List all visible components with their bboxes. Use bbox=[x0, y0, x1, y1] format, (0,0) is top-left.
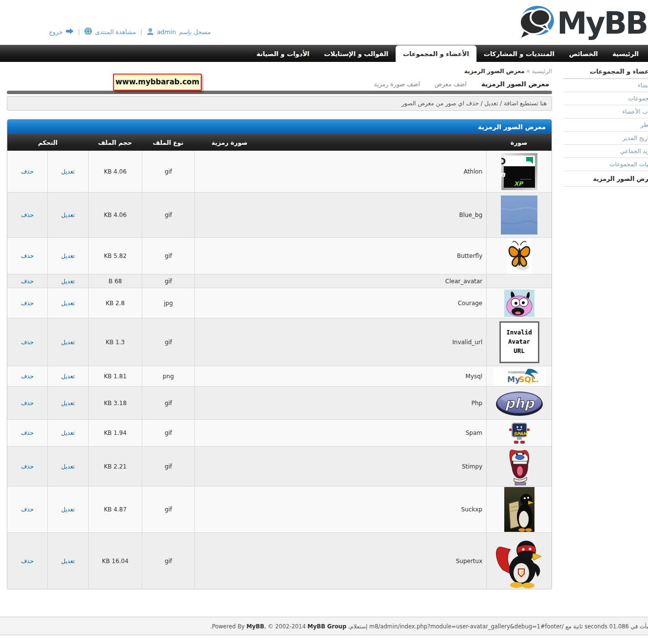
avatar-name: Butterfly bbox=[194, 238, 486, 274]
username-link[interactable]: admin bbox=[157, 28, 176, 36]
column-header-file-type: نوع الملف bbox=[142, 134, 194, 151]
delete-link[interactable]: حذف bbox=[21, 373, 34, 380]
avatar-image-courage bbox=[486, 288, 552, 318]
avatar-name: Courage bbox=[194, 288, 486, 318]
delete-link[interactable]: حذف bbox=[21, 506, 34, 513]
avatar-file-size: KB 3.18 bbox=[88, 387, 142, 419]
logo-text: MyBB bbox=[557, 5, 647, 41]
svg-text:php: php bbox=[504, 395, 534, 411]
tab-bar: معرض الصور الرمزية اضف معرض اضف صورة رمز… bbox=[7, 80, 552, 91]
sidebar-item-group-promotions[interactable]: ترقيات المجموعات bbox=[564, 158, 648, 171]
svg-text:AMD: AMD bbox=[501, 156, 506, 166]
invalid-avatar-box: Invalid Avatar URL bbox=[499, 321, 539, 363]
avatar-file-type: gif bbox=[142, 447, 194, 486]
breadcrumb-home-link[interactable]: الرئيسية bbox=[532, 68, 552, 75]
tab-avatar-gallery[interactable]: معرض الصور الرمزية bbox=[481, 80, 549, 91]
nav-item-tools-maintenance[interactable]: الأدوات و الصيانة bbox=[249, 45, 317, 62]
edit-link[interactable]: تعديل bbox=[61, 400, 75, 407]
main-content: الرئيسية » معرض الصور الرمزية معرض الصور… bbox=[7, 68, 552, 589]
column-header-image: صورة bbox=[486, 134, 552, 151]
edit-link[interactable]: تعديل bbox=[61, 339, 75, 346]
avatar-image-athlon: AMD Athlon XP bbox=[486, 151, 552, 192]
delete-link[interactable]: حذف bbox=[21, 300, 34, 307]
avatar-image-butterfly bbox=[486, 238, 552, 274]
avatar-file-type: gif bbox=[142, 151, 194, 192]
edit-link[interactable]: تعديل bbox=[61, 429, 75, 436]
avatar-file-type: gif bbox=[142, 387, 194, 419]
tab-add-gallery[interactable]: اضف معرض bbox=[435, 80, 467, 91]
avatar-image-empty bbox=[486, 274, 552, 288]
delete-link[interactable]: حذف bbox=[21, 429, 34, 436]
avatar-image-invalid-url: Invalid Avatar URL bbox=[486, 318, 552, 366]
edit-link[interactable]: تعديل bbox=[61, 373, 75, 380]
avatar-image-supertux bbox=[486, 533, 552, 589]
edit-link[interactable]: تعديل bbox=[61, 212, 75, 218]
separator: | bbox=[140, 28, 142, 36]
breadcrumb: الرئيسية » معرض الصور الرمزية bbox=[7, 68, 552, 75]
sidebar: الأعضاء و المجموعات الأعضاء المجموعات أل… bbox=[564, 65, 648, 187]
table-row: Invalid Avatar URL Invalid_url gif KB 1.… bbox=[7, 318, 552, 366]
delete-link[interactable]: حذف bbox=[21, 253, 34, 259]
nav-item-templates-style[interactable]: القوالب و الإستايلات bbox=[317, 45, 396, 62]
table-row: Blue_bg gif KB 4.06 تعديل حذف bbox=[7, 192, 552, 237]
avatar-name: Supertux bbox=[194, 533, 486, 589]
logout-link[interactable]: خروج bbox=[49, 28, 63, 36]
avatar-file-type: jpg bbox=[142, 288, 194, 318]
edit-link[interactable]: تعديل bbox=[61, 558, 75, 565]
edit-link[interactable]: تعديل bbox=[61, 463, 75, 470]
delete-link[interactable]: حذف bbox=[21, 463, 34, 470]
edit-link[interactable]: تعديل bbox=[61, 300, 75, 307]
sidebar-item-user-titles[interactable]: ألقاب الأعضاء bbox=[564, 105, 648, 118]
tab-add-avatar[interactable]: اضف صورة رمزية bbox=[374, 80, 420, 91]
table-row: AMD Athlon XP Athlon gif KB 4.06 تعديل ح… bbox=[7, 151, 552, 192]
delete-link[interactable]: حذف bbox=[21, 168, 34, 175]
svg-text:XP: XP bbox=[514, 180, 523, 187]
nav-item-home[interactable]: الرئيسية bbox=[605, 45, 646, 62]
sidebar-item-banning[interactable]: الحظر bbox=[564, 118, 648, 132]
svg-text:My: My bbox=[507, 375, 520, 384]
sidebar-item-groups[interactable]: المجموعات bbox=[564, 92, 648, 105]
footer: أنشأت في 01.086 seconds ثانية مع /m8/adm… bbox=[0, 617, 648, 635]
user-icon bbox=[147, 28, 154, 37]
avatar-name: Stimpy bbox=[194, 447, 486, 486]
footer-generated: أنشأت في 01.086 seconds ثانية مع /m8/adm… bbox=[348, 623, 648, 630]
column-header-file-size: حجم الملف bbox=[88, 134, 142, 151]
delete-link[interactable]: حذف bbox=[21, 212, 34, 218]
avatar-file-size: KB 2.8 bbox=[88, 288, 142, 318]
footer-mybb-group-link[interactable]: MyBB Group bbox=[307, 623, 346, 630]
edit-link[interactable]: تعديل bbox=[61, 168, 75, 175]
sidebar-item-mass-mail[interactable]: البريد الجماعي bbox=[564, 145, 648, 158]
edit-link[interactable]: تعديل bbox=[61, 253, 75, 259]
delete-link[interactable]: حذف bbox=[21, 278, 34, 285]
avatar-file-size: KB 4.06 bbox=[88, 151, 142, 192]
user-bar: مسجل بإسم admin | مشاهدة المنتدى | خروج bbox=[49, 27, 211, 37]
avatar-file-size: KB 4.06 bbox=[88, 193, 142, 237]
sidebar-item-users[interactable]: الأعضاء bbox=[564, 79, 648, 92]
view-forum-link[interactable]: مشاهدة المنتدى bbox=[95, 28, 136, 36]
delete-link[interactable]: حذف bbox=[21, 400, 34, 407]
footer-mybb-link[interactable]: MyBB bbox=[247, 623, 264, 630]
avatar-file-type: gif bbox=[142, 420, 194, 446]
sidebar-item-admin-permissions[interactable]: تصاريح المدير bbox=[564, 132, 648, 145]
breadcrumb-separator: » bbox=[526, 68, 530, 75]
delete-link[interactable]: حذف bbox=[21, 339, 34, 346]
edit-link[interactable]: تعديل bbox=[61, 278, 75, 285]
table-row: SPAM Spam gif KB 1.94 تعديل حذف bbox=[7, 419, 552, 446]
avatar-file-type: png bbox=[142, 366, 194, 386]
column-header-control: التحكم bbox=[7, 134, 88, 151]
nav-item-configuration[interactable]: الخصائص bbox=[562, 45, 605, 62]
delete-link[interactable]: حذف bbox=[21, 558, 34, 565]
avatar-file-type: gif bbox=[142, 193, 194, 237]
avatar-file-size: KB 1.81 bbox=[88, 366, 142, 386]
nav-item-forums-posts[interactable]: المنتديات و المشاركات bbox=[476, 45, 562, 62]
avatar-file-size: KB 1.94 bbox=[88, 420, 142, 446]
avatar-gallery-table: معرض الصور الرمزية صورة صورة رمزية نوع ا… bbox=[7, 119, 552, 589]
avatar-file-size: KB 16.04 bbox=[88, 533, 142, 589]
page-description: هنا تستطيع اضافة / تعديل / حذف اي صور من… bbox=[7, 96, 552, 111]
tab-underline-bar bbox=[7, 91, 552, 94]
sidebar-item-avatar-gallery[interactable]: معرض الصور الرمزية bbox=[564, 171, 648, 187]
avatar-file-size: KB 5.82 bbox=[88, 238, 142, 274]
nav-item-users-groups[interactable]: الأعضاء و المجموعات bbox=[396, 45, 476, 62]
edit-link[interactable]: تعديل bbox=[61, 506, 75, 513]
table-row: POWERED BY My SQL. Mysql png KB 1.81 تعد… bbox=[7, 366, 552, 386]
